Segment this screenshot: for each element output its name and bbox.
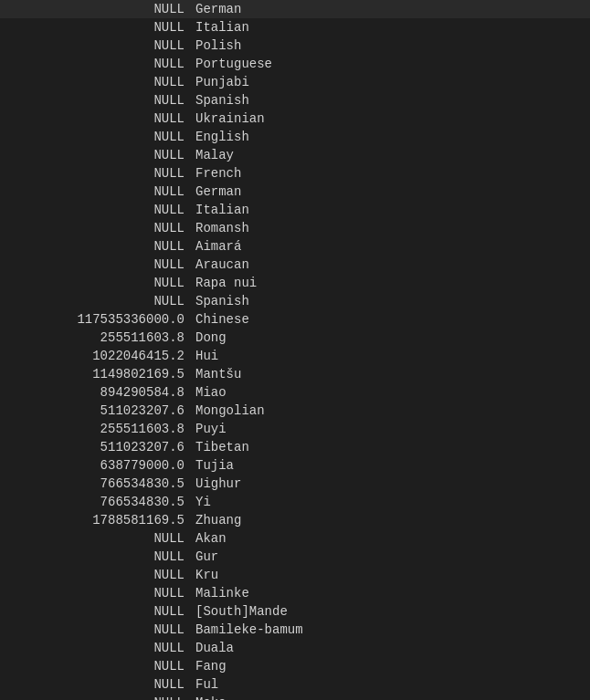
table-row: 511023207.6Tibetan: [0, 438, 590, 456]
cell-number: 638779000.0: [0, 456, 192, 475]
cell-number: NULL: [0, 201, 192, 219]
table-row: NULLItalian: [0, 18, 590, 37]
table-row: NULLPolish: [0, 37, 590, 55]
cell-language: Duala: [192, 639, 234, 657]
table-row: NULLUkrainian: [0, 110, 590, 128]
cell-language: Ukrainian: [192, 110, 265, 128]
cell-number: NULL: [0, 164, 192, 183]
table-row: NULLPunjabi: [0, 73, 590, 91]
cell-number: NULL: [0, 73, 192, 91]
table-row: 766534830.5Uighur: [0, 475, 590, 493]
cell-language: Gur: [192, 548, 218, 566]
table-row: NULLSpanish: [0, 292, 590, 310]
cell-number: NULL: [0, 694, 192, 700]
table-row: NULLMaka: [0, 694, 590, 700]
table-row: NULLItalian: [0, 201, 590, 219]
cell-language: Ful: [192, 675, 218, 694]
cell-number: NULL: [0, 639, 192, 657]
cell-language: Bamileke-bamum: [192, 621, 303, 639]
cell-language: [South]Mande: [192, 602, 288, 621]
cell-language: Tujia: [192, 456, 234, 475]
cell-language: Spanish: [192, 91, 249, 110]
table-row: 511023207.6Mongolian: [0, 402, 590, 420]
cell-number: NULL: [0, 0, 192, 18]
cell-language: Puyi: [192, 420, 227, 438]
cell-language: Maka: [192, 694, 227, 700]
cell-language: Yi: [192, 493, 211, 511]
cell-language: German: [192, 0, 241, 18]
table-row: 766534830.5Yi: [0, 493, 590, 511]
table-row: NULLKru: [0, 566, 590, 584]
cell-language: Zhuang: [192, 511, 241, 529]
cell-language: Mongolian: [192, 402, 265, 420]
cell-number: NULL: [0, 621, 192, 639]
table-row: 255511603.8Puyi: [0, 420, 590, 438]
cell-number: 511023207.6: [0, 402, 192, 420]
table-row: 255511603.8Dong: [0, 329, 590, 347]
table-row: NULLFul: [0, 675, 590, 694]
table-row: NULLMalay: [0, 146, 590, 164]
table-row: NULLGur: [0, 548, 590, 566]
data-table: NULLGermanNULLItalianNULLPolishNULLPortu…: [0, 0, 590, 700]
table-row: 1788581169.5Zhuang: [0, 511, 590, 529]
cell-number: 117535336000.0: [0, 310, 192, 329]
cell-number: 894290584.8: [0, 383, 192, 402]
cell-number: NULL: [0, 91, 192, 110]
table-row: 894290584.8Miao: [0, 383, 590, 402]
table-row: NULLBamileke-bamum: [0, 621, 590, 639]
cell-language: Miao: [192, 383, 227, 402]
cell-language: Kru: [192, 566, 218, 584]
cell-language: Punjabi: [192, 73, 249, 91]
table-row: NULLGerman: [0, 0, 590, 18]
cell-number: 1022046415.2: [0, 347, 192, 365]
cell-language: Romansh: [192, 219, 249, 237]
table-row: 1149802169.5Mantšu: [0, 365, 590, 383]
cell-language: Uighur: [192, 475, 241, 493]
table-row: NULLEnglish: [0, 128, 590, 146]
cell-language: German: [192, 183, 241, 201]
cell-number: NULL: [0, 110, 192, 128]
cell-language: Italian: [192, 18, 249, 37]
cell-number: 1149802169.5: [0, 365, 192, 383]
table-row: NULLGerman: [0, 183, 590, 201]
cell-number: NULL: [0, 548, 192, 566]
cell-number: NULL: [0, 602, 192, 621]
cell-language: Spanish: [192, 292, 249, 310]
table-row: NULLFrench: [0, 164, 590, 183]
cell-number: NULL: [0, 566, 192, 584]
cell-language: Araucan: [192, 256, 249, 274]
cell-number: NULL: [0, 657, 192, 675]
table-row: NULLRapa nui: [0, 274, 590, 292]
cell-number: NULL: [0, 274, 192, 292]
cell-language: Chinese: [192, 310, 249, 329]
cell-number: 1788581169.5: [0, 511, 192, 529]
cell-number: NULL: [0, 256, 192, 274]
table-row: NULLAkan: [0, 529, 590, 548]
cell-language: Malay: [192, 146, 234, 164]
cell-number: NULL: [0, 675, 192, 694]
cell-number: NULL: [0, 146, 192, 164]
table-row: NULLAraucan: [0, 256, 590, 274]
table-row: NULL[South]Mande: [0, 602, 590, 621]
table-row: NULLMalinke: [0, 584, 590, 602]
cell-language: Mantšu: [192, 365, 241, 383]
cell-language: Italian: [192, 201, 249, 219]
table-row: 117535336000.0Chinese: [0, 310, 590, 329]
cell-language: Fang: [192, 657, 227, 675]
table-row: NULLAimará: [0, 237, 590, 256]
cell-number: NULL: [0, 183, 192, 201]
cell-language: Polish: [192, 37, 241, 55]
table-row: NULLPortuguese: [0, 55, 590, 73]
table-row: NULLFang: [0, 657, 590, 675]
table-row: 638779000.0Tujia: [0, 456, 590, 475]
cell-language: Dong: [192, 329, 227, 347]
cell-language: French: [192, 164, 241, 183]
cell-number: NULL: [0, 529, 192, 548]
cell-number: 255511603.8: [0, 329, 192, 347]
cell-language: Rapa nui: [192, 274, 257, 292]
cell-language: Aimará: [192, 237, 241, 256]
table-row: NULLDuala: [0, 639, 590, 657]
table-row: NULLSpanish: [0, 91, 590, 110]
table-row: 1022046415.2Hui: [0, 347, 590, 365]
cell-number: NULL: [0, 18, 192, 37]
